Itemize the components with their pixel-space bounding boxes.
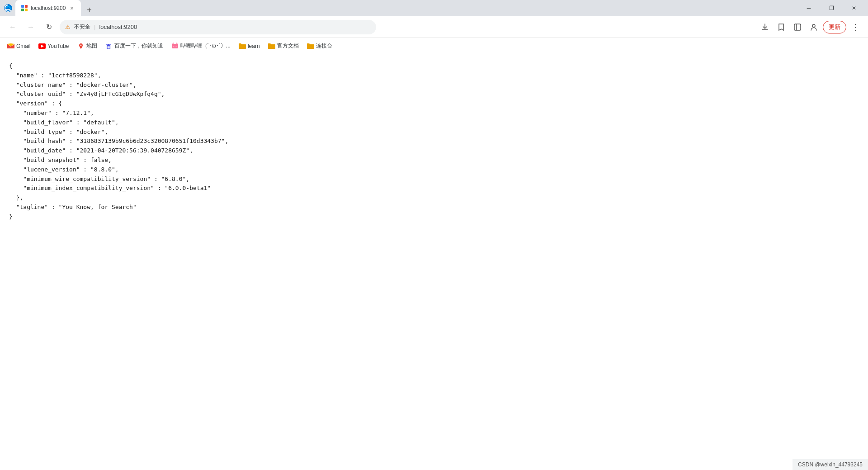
close-button[interactable]: ✕ (844, 0, 864, 16)
address-bar: ← → ↻ ⚠ 不安全 | localhost:9200 (0, 16, 868, 38)
browser-icon (4, 4, 13, 13)
forward-button[interactable]: → (24, 20, 38, 34)
bookmark-bilibili-label: 哔哩哔哩（´･ω･`）... (180, 42, 231, 50)
sidebar-button[interactable] (790, 20, 805, 34)
bookmark-maps-label: 地图 (86, 42, 97, 50)
title-bar: localhost:9200 ✕ + ─ ❐ ✕ (0, 0, 868, 16)
svg-rect-5 (794, 24, 801, 30)
tab-close-button[interactable]: ✕ (68, 5, 75, 12)
svg-line-14 (176, 43, 177, 44)
bookmark-connect-label: 连接台 (316, 42, 332, 50)
security-warning-icon: ⚠ (65, 24, 71, 30)
svg-rect-12 (172, 44, 178, 48)
active-tab[interactable]: localhost:9200 ✕ (15, 0, 81, 16)
bilibili-icon (171, 43, 179, 50)
youtube-icon (38, 43, 46, 50)
minimize-button[interactable]: ─ (798, 0, 819, 16)
svg-line-13 (173, 43, 174, 44)
bookmark-bilibili[interactable]: 哔哩哔哩（´･ω･`）... (168, 40, 234, 52)
learn-folder-icon (239, 43, 246, 50)
status-text: CSDN @weixin_44793245 (798, 461, 863, 468)
svg-rect-2 (25, 5, 28, 8)
title-bar-left: localhost:9200 ✕ + (4, 0, 795, 16)
tab-favicon (21, 5, 28, 12)
svg-rect-1 (21, 5, 24, 8)
bookmark-official-docs[interactable]: 官方文档 (264, 40, 302, 52)
svg-point-10 (80, 44, 81, 46)
bookmark-baidu[interactable]: 百 百度一下，你就知道 (102, 40, 167, 52)
new-tab-button[interactable]: + (83, 4, 95, 16)
bookmark-baidu-label: 百度一下，你就知道 (114, 42, 163, 50)
url-text: localhost:9200 (99, 24, 137, 30)
update-button[interactable]: 更新 (823, 21, 846, 33)
bookmarks-bar: Gmail YouTube 地图 百 百度一下，你就知道 (0, 38, 868, 54)
address-separator: | (94, 24, 95, 30)
bookmark-youtube-label: YouTube (47, 43, 69, 49)
gmail-icon (7, 43, 14, 50)
bookmark-official-docs-label: 官方文档 (277, 42, 299, 50)
svg-rect-4 (25, 9, 28, 11)
back-button[interactable]: ← (5, 20, 20, 34)
svg-point-16 (175, 46, 176, 47)
official-docs-folder-icon (268, 43, 275, 50)
svg-rect-3 (21, 9, 24, 11)
refresh-button[interactable]: ↻ (42, 20, 56, 34)
maps-icon (77, 43, 85, 50)
connect-folder-icon (307, 43, 314, 50)
active-tab-title: localhost:9200 (31, 5, 66, 11)
menu-button[interactable]: ⋮ (848, 20, 863, 34)
tab-section: localhost:9200 ✕ + (15, 0, 795, 16)
svg-point-15 (173, 46, 174, 47)
bookmark-youtube[interactable]: YouTube (35, 41, 72, 52)
svg-point-7 (812, 24, 815, 27)
svg-text:百: 百 (106, 43, 112, 50)
restore-button[interactable]: ❐ (821, 0, 842, 16)
bookmark-gmail[interactable]: Gmail (4, 41, 34, 52)
bookmark-gmail-label: Gmail (16, 43, 30, 49)
status-bar: CSDN @weixin_44793245 (793, 459, 868, 470)
download-button[interactable] (758, 20, 772, 34)
baidu-icon: 百 (105, 43, 113, 50)
address-input[interactable]: ⚠ 不安全 | localhost:9200 (60, 20, 376, 34)
window-controls: ─ ❐ ✕ (798, 0, 864, 16)
profile-button[interactable] (807, 20, 821, 34)
content-area: { "name" : "1ccff8598228", "cluster_name… (0, 54, 868, 459)
bookmark-learn-label: learn (248, 43, 260, 49)
bookmark-button[interactable] (774, 20, 788, 34)
bookmark-connect[interactable]: 连接台 (303, 40, 336, 52)
toolbar-right: 更新 ⋮ (758, 20, 863, 34)
bookmark-learn[interactable]: learn (235, 41, 264, 52)
bookmark-maps[interactable]: 地图 (74, 40, 101, 52)
json-content: { "name" : "1ccff8598228", "cluster_name… (9, 62, 859, 222)
security-warning-text: 不安全 (74, 23, 90, 31)
